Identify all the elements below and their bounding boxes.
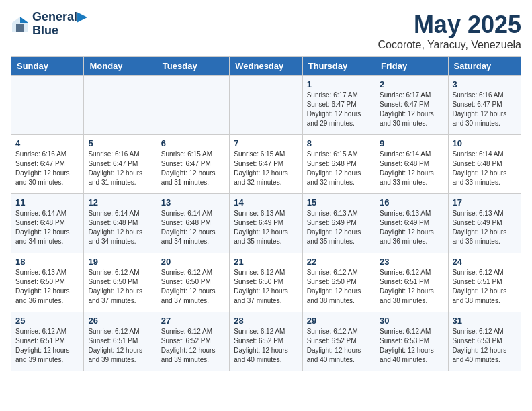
logo-icon [11, 15, 30, 34]
calendar-cell: 1Sunrise: 6:17 AM Sunset: 6:47 PM Daylig… [302, 76, 375, 135]
day-number: 30 [380, 316, 443, 326]
day-info: Sunrise: 6:16 AM Sunset: 6:47 PM Dayligh… [15, 150, 79, 187]
calendar-cell [84, 76, 157, 135]
logo: General▶ Blue [11, 11, 87, 38]
calendar-cell: 5Sunrise: 6:16 AM Sunset: 6:47 PM Daylig… [84, 135, 157, 194]
day-info: Sunrise: 6:17 AM Sunset: 6:47 PM Dayligh… [380, 91, 443, 128]
day-number: 18 [15, 257, 79, 267]
day-info: Sunrise: 6:13 AM Sunset: 6:49 PM Dayligh… [307, 209, 371, 246]
day-info: Sunrise: 6:12 AM Sunset: 6:50 PM Dayligh… [88, 268, 152, 306]
day-number: 3 [453, 79, 517, 89]
day-info: Sunrise: 6:14 AM Sunset: 6:48 PM Dayligh… [88, 209, 152, 246]
day-number: 19 [88, 257, 152, 267]
day-info: Sunrise: 6:15 AM Sunset: 6:48 PM Dayligh… [307, 150, 371, 187]
title-area: May 2025 Cocorote, Yaracuy, Venezuela [378, 11, 521, 51]
logo-text: General▶ Blue [32, 11, 87, 38]
day-number: 29 [307, 316, 371, 326]
calendar-cell: 12Sunrise: 6:14 AM Sunset: 6:48 PM Dayli… [84, 194, 157, 253]
calendar-cell: 4Sunrise: 6:16 AM Sunset: 6:47 PM Daylig… [11, 135, 84, 194]
calendar-cell: 9Sunrise: 6:14 AM Sunset: 6:48 PM Daylig… [375, 135, 448, 194]
day-number: 24 [453, 257, 517, 267]
day-number: 14 [234, 197, 298, 208]
day-number: 25 [15, 316, 79, 326]
calendar-cell: 18Sunrise: 6:13 AM Sunset: 6:50 PM Dayli… [11, 253, 84, 312]
day-number: 21 [234, 257, 298, 267]
day-info: Sunrise: 6:13 AM Sunset: 6:49 PM Dayligh… [453, 209, 517, 246]
calendar-cell [157, 76, 229, 135]
day-number: 11 [15, 197, 79, 208]
calendar-cell: 3Sunrise: 6:16 AM Sunset: 6:47 PM Daylig… [448, 76, 521, 135]
day-info: Sunrise: 6:15 AM Sunset: 6:47 PM Dayligh… [234, 150, 298, 187]
calendar-cell: 10Sunrise: 6:14 AM Sunset: 6:48 PM Dayli… [448, 135, 521, 194]
day-number: 1 [307, 79, 371, 89]
day-info: Sunrise: 6:17 AM Sunset: 6:47 PM Dayligh… [307, 91, 371, 128]
calendar-table: SundayMondayTuesdayWednesdayThursdayFrid… [11, 56, 521, 371]
calendar-cell: 31Sunrise: 6:12 AM Sunset: 6:53 PM Dayli… [448, 312, 521, 371]
calendar-cell: 15Sunrise: 6:13 AM Sunset: 6:49 PM Dayli… [302, 194, 375, 253]
day-number: 4 [15, 138, 79, 148]
calendar-week-row: 18Sunrise: 6:13 AM Sunset: 6:50 PM Dayli… [11, 253, 521, 312]
day-number: 15 [307, 197, 371, 208]
location-subtitle: Cocorote, Yaracuy, Venezuela [378, 39, 521, 51]
calendar-cell: 27Sunrise: 6:12 AM Sunset: 6:52 PM Dayli… [157, 312, 229, 371]
calendar-week-row: 11Sunrise: 6:14 AM Sunset: 6:48 PM Dayli… [11, 194, 521, 253]
calendar-cell: 21Sunrise: 6:12 AM Sunset: 6:50 PM Dayli… [230, 253, 302, 312]
col-header-monday: Monday [84, 57, 157, 76]
day-info: Sunrise: 6:13 AM Sunset: 6:49 PM Dayligh… [380, 209, 443, 246]
svg-rect-3 [16, 24, 24, 32]
day-info: Sunrise: 6:12 AM Sunset: 6:51 PM Dayligh… [88, 327, 152, 365]
svg-marker-2 [20, 17, 28, 23]
calendar-cell: 29Sunrise: 6:12 AM Sunset: 6:52 PM Dayli… [302, 312, 375, 371]
month-year-title: May 2025 [378, 11, 521, 39]
day-number: 17 [453, 197, 517, 208]
calendar-cell: 19Sunrise: 6:12 AM Sunset: 6:50 PM Dayli… [84, 253, 157, 312]
day-info: Sunrise: 6:13 AM Sunset: 6:50 PM Dayligh… [15, 268, 79, 306]
day-number: 5 [88, 138, 152, 148]
calendar-cell: 16Sunrise: 6:13 AM Sunset: 6:49 PM Dayli… [375, 194, 448, 253]
calendar-cell: 24Sunrise: 6:12 AM Sunset: 6:51 PM Dayli… [448, 253, 521, 312]
day-info: Sunrise: 6:12 AM Sunset: 6:50 PM Dayligh… [234, 268, 298, 306]
calendar-week-row: 25Sunrise: 6:12 AM Sunset: 6:51 PM Dayli… [11, 312, 521, 371]
day-number: 9 [380, 138, 443, 148]
day-number: 23 [380, 257, 443, 267]
day-number: 8 [307, 138, 371, 148]
col-header-friday: Friday [375, 57, 448, 76]
day-number: 12 [88, 197, 152, 208]
day-info: Sunrise: 6:12 AM Sunset: 6:53 PM Dayligh… [380, 327, 443, 365]
day-info: Sunrise: 6:14 AM Sunset: 6:48 PM Dayligh… [453, 150, 517, 187]
day-info: Sunrise: 6:12 AM Sunset: 6:50 PM Dayligh… [161, 268, 225, 306]
col-header-saturday: Saturday [448, 57, 521, 76]
day-number: 7 [234, 138, 298, 148]
day-number: 13 [161, 197, 225, 208]
calendar-header-row: SundayMondayTuesdayWednesdayThursdayFrid… [11, 57, 521, 76]
day-info: Sunrise: 6:16 AM Sunset: 6:47 PM Dayligh… [453, 91, 517, 128]
calendar-cell: 22Sunrise: 6:12 AM Sunset: 6:50 PM Dayli… [302, 253, 375, 312]
day-number: 31 [453, 316, 517, 326]
day-info: Sunrise: 6:12 AM Sunset: 6:52 PM Dayligh… [161, 327, 225, 365]
calendar-cell: 8Sunrise: 6:15 AM Sunset: 6:48 PM Daylig… [302, 135, 375, 194]
day-number: 10 [453, 138, 517, 148]
calendar-week-row: 4Sunrise: 6:16 AM Sunset: 6:47 PM Daylig… [11, 135, 521, 194]
day-info: Sunrise: 6:13 AM Sunset: 6:49 PM Dayligh… [234, 209, 298, 246]
col-header-sunday: Sunday [11, 57, 84, 76]
day-number: 28 [234, 316, 298, 326]
day-info: Sunrise: 6:12 AM Sunset: 6:51 PM Dayligh… [380, 268, 443, 306]
calendar-week-row: 1Sunrise: 6:17 AM Sunset: 6:47 PM Daylig… [11, 76, 521, 135]
calendar-cell [230, 76, 302, 135]
day-number: 16 [380, 197, 443, 208]
day-info: Sunrise: 6:14 AM Sunset: 6:48 PM Dayligh… [15, 209, 79, 246]
col-header-wednesday: Wednesday [230, 57, 302, 76]
calendar-cell: 26Sunrise: 6:12 AM Sunset: 6:51 PM Dayli… [84, 312, 157, 371]
day-info: Sunrise: 6:12 AM Sunset: 6:53 PM Dayligh… [453, 327, 517, 365]
day-info: Sunrise: 6:14 AM Sunset: 6:48 PM Dayligh… [161, 209, 225, 246]
calendar-cell: 14Sunrise: 6:13 AM Sunset: 6:49 PM Dayli… [230, 194, 302, 253]
day-number: 20 [161, 257, 225, 267]
day-number: 27 [161, 316, 225, 326]
col-header-tuesday: Tuesday [157, 57, 229, 76]
calendar-cell: 20Sunrise: 6:12 AM Sunset: 6:50 PM Dayli… [157, 253, 229, 312]
calendar-cell: 7Sunrise: 6:15 AM Sunset: 6:47 PM Daylig… [230, 135, 302, 194]
calendar-cell: 30Sunrise: 6:12 AM Sunset: 6:53 PM Dayli… [375, 312, 448, 371]
day-info: Sunrise: 6:12 AM Sunset: 6:50 PM Dayligh… [307, 268, 371, 306]
calendar-cell: 13Sunrise: 6:14 AM Sunset: 6:48 PM Dayli… [157, 194, 229, 253]
day-info: Sunrise: 6:12 AM Sunset: 6:52 PM Dayligh… [307, 327, 371, 365]
